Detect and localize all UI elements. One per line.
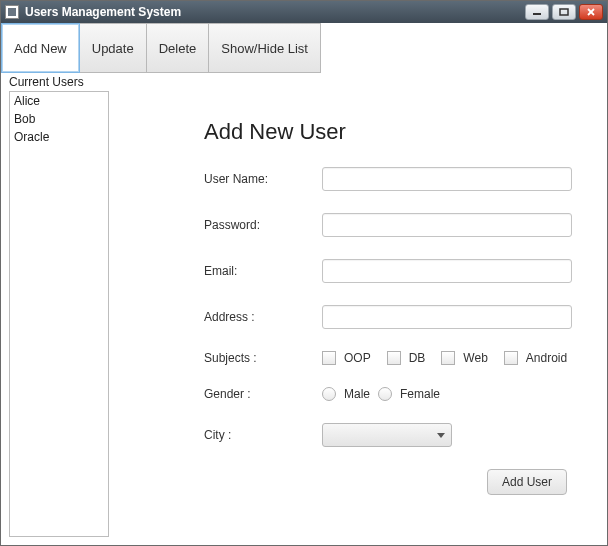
opt-oop: OOP	[344, 351, 371, 365]
window-title: Users Management System	[25, 5, 525, 19]
opt-android: Android	[526, 351, 567, 365]
checkbox-oop[interactable]	[322, 351, 336, 365]
label-subjects: Subjects :	[204, 351, 322, 365]
email-input[interactable]	[322, 259, 572, 283]
submit-row: Add User	[204, 469, 579, 495]
password-input[interactable]	[322, 213, 572, 237]
add-user-button[interactable]: Add User	[487, 469, 567, 495]
row-subjects: Subjects : OOP DB Web Android	[204, 351, 579, 365]
form-title: Add New User	[204, 119, 579, 145]
row-city: City :	[204, 423, 579, 447]
show-hide-list-button[interactable]: Show/Hide List	[208, 23, 321, 73]
label-email: Email:	[204, 264, 322, 278]
add-new-button[interactable]: Add New	[1, 23, 80, 73]
content-area: Current Users Alice Bob Oracle Add New U…	[1, 73, 607, 545]
app-window: Users Management System Add New Update D…	[0, 0, 608, 546]
opt-web: Web	[463, 351, 487, 365]
label-city: City :	[204, 428, 322, 442]
radio-male[interactable]	[322, 387, 336, 401]
toolbar: Add New Update Delete Show/Hide List	[1, 23, 607, 73]
maximize-button[interactable]	[552, 4, 576, 20]
label-gender: Gender :	[204, 387, 322, 401]
delete-button[interactable]: Delete	[146, 23, 210, 73]
label-username: User Name:	[204, 172, 322, 186]
current-users-label: Current Users	[9, 75, 599, 89]
row-gender: Gender : Male Female	[204, 387, 579, 401]
app-icon	[5, 5, 19, 19]
gender-group: Male Female	[322, 387, 448, 401]
opt-db: DB	[409, 351, 426, 365]
update-button[interactable]: Update	[79, 23, 147, 73]
users-listbox[interactable]: Alice Bob Oracle	[9, 91, 109, 537]
row-password: Password:	[204, 213, 579, 237]
close-icon	[586, 8, 596, 16]
body: Alice Bob Oracle Add New User User Name:…	[9, 91, 599, 537]
close-button[interactable]	[579, 4, 603, 20]
window-controls	[525, 4, 603, 20]
list-item[interactable]: Oracle	[10, 128, 108, 146]
label-address: Address :	[204, 310, 322, 324]
opt-female: Female	[400, 387, 440, 401]
minimize-icon	[532, 8, 542, 16]
list-item[interactable]: Alice	[10, 92, 108, 110]
subjects-group: OOP DB Web Android	[322, 351, 575, 365]
checkbox-web[interactable]	[441, 351, 455, 365]
label-password: Password:	[204, 218, 322, 232]
list-item[interactable]: Bob	[10, 110, 108, 128]
svg-rect-1	[560, 9, 568, 15]
maximize-icon	[559, 8, 569, 16]
row-username: User Name:	[204, 167, 579, 191]
username-input[interactable]	[322, 167, 572, 191]
address-input[interactable]	[322, 305, 572, 329]
row-email: Email:	[204, 259, 579, 283]
row-address: Address :	[204, 305, 579, 329]
radio-female[interactable]	[378, 387, 392, 401]
checkbox-db[interactable]	[387, 351, 401, 365]
add-user-form: Add New User User Name: Password: Email:…	[109, 91, 599, 537]
city-combobox[interactable]	[322, 423, 452, 447]
opt-male: Male	[344, 387, 370, 401]
chevron-down-icon	[437, 433, 445, 438]
minimize-button[interactable]	[525, 4, 549, 20]
checkbox-android[interactable]	[504, 351, 518, 365]
titlebar: Users Management System	[1, 1, 607, 23]
